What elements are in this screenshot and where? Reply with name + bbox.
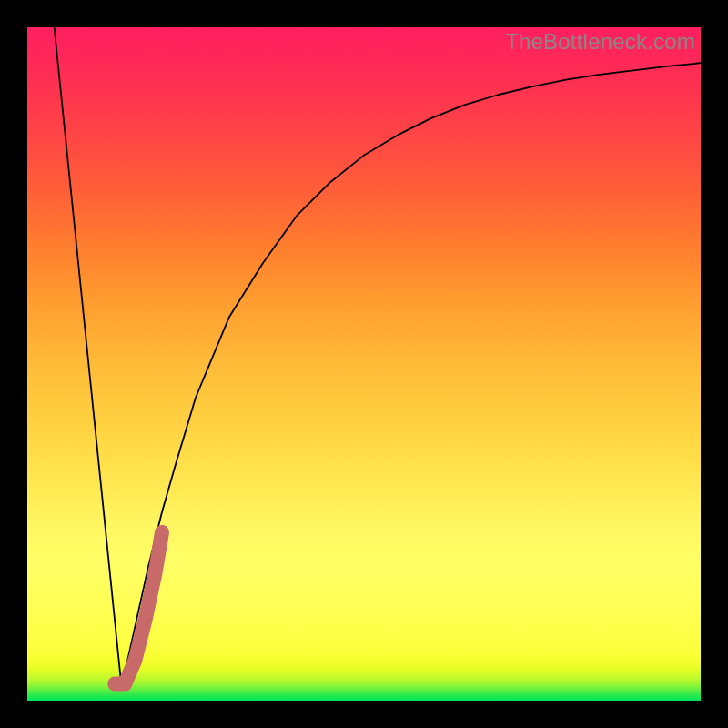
outer-frame: TheBottleneck.com bbox=[0, 0, 728, 728]
plot-area: TheBottleneck.com bbox=[27, 27, 701, 701]
series-main-curve-right bbox=[122, 63, 701, 687]
chart-svg bbox=[27, 27, 701, 701]
series-main-curve-left bbox=[55, 27, 122, 687]
